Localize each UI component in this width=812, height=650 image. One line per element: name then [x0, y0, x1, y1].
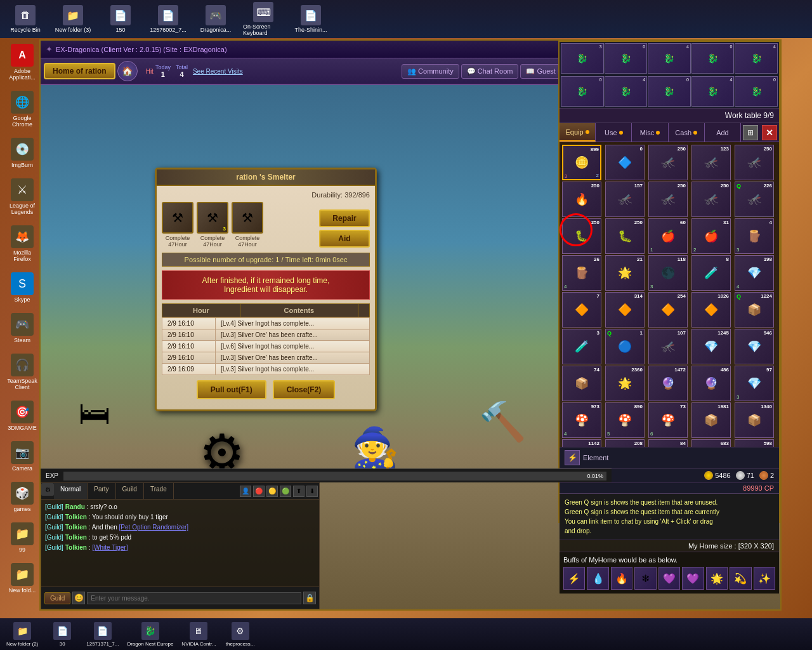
- white-tiger-link[interactable]: [White Tiger]: [92, 544, 128, 551]
- inv-tab-misc[interactable]: Misc: [632, 123, 668, 142]
- quick-slot-5[interactable]: 🐉4: [735, 43, 778, 74]
- taskbar-dragonica[interactable]: 🎮 Dragonica...: [193, 3, 238, 35]
- chrome-icon[interactable]: 🌐 Google Chrome: [3, 88, 41, 130]
- inv-item-42[interactable]: 🔮208: [605, 439, 645, 447]
- chat-tab-party[interactable]: Party: [88, 483, 115, 499]
- inv-item-16[interactable]: 🪵26 4: [562, 255, 601, 291]
- inv-item-43[interactable]: 🍎84 3: [648, 439, 688, 447]
- inv-grid-toggle[interactable]: ⊞: [743, 125, 758, 140]
- inv-item-25[interactable]: 📦1224 Q: [735, 292, 774, 328]
- chat-room-button[interactable]: 💬 Chat Room: [461, 64, 519, 79]
- inv-item-8[interactable]: 🦟250: [648, 182, 688, 217]
- inv-item-18[interactable]: 🌑118 3: [648, 255, 688, 291]
- aid-button[interactable]: Aid: [319, 230, 370, 248]
- inv-item-41[interactable]: 🌟1142: [562, 439, 601, 447]
- chat-settings-icon[interactable]: ⚙: [41, 483, 54, 496]
- taskbar-bottom-newfolder[interactable]: 📁 New folder (2): [3, 621, 41, 648]
- firefox-icon[interactable]: 🦊 Mozilla Firefox: [3, 223, 41, 265]
- inv-item-9[interactable]: 🦟250: [691, 182, 731, 217]
- buff-icon-9[interactable]: ✨: [754, 567, 775, 590]
- chat-tab-guild[interactable]: Guild: [116, 483, 144, 499]
- taskbar-bottom-file[interactable]: 📄 12571371_7...: [83, 621, 122, 648]
- buff-icon-1[interactable]: ⚡: [563, 567, 585, 590]
- guild-channel-button[interactable]: Guild: [44, 592, 70, 604]
- inv-item-44[interactable]: 🍄683 4: [691, 439, 731, 447]
- taskbar-bottom-dragonnest[interactable]: 🐉 Dragon Nest Europe: [124, 621, 176, 648]
- inv-item-34[interactable]: 🔮486: [691, 366, 731, 401]
- inv-item-12[interactable]: 🐛250: [605, 218, 645, 254]
- taskbar-shining[interactable]: 📄 The-Shinin...: [289, 3, 333, 35]
- inv-item-17[interactable]: 🌟21: [605, 255, 645, 291]
- skype-icon[interactable]: S Skype: [3, 270, 41, 305]
- inv-item-15[interactable]: 🪵4 3: [735, 218, 774, 254]
- buff-icon-7[interactable]: 🌟: [706, 567, 728, 590]
- inv-item-3[interactable]: 🦟250: [648, 145, 688, 180]
- games-icon[interactable]: 🎲 games: [3, 479, 41, 515]
- see-recent-button[interactable]: See Recent Visits: [193, 67, 243, 75]
- inv-item-2[interactable]: 🔷0: [605, 145, 645, 180]
- inv-item-7[interactable]: 🦟157: [605, 182, 645, 217]
- taskbar-new-folder[interactable]: 📁 New folder (3): [51, 3, 95, 35]
- pull-out-button[interactable]: Pull out(F1): [197, 380, 266, 399]
- smelter-close-button[interactable]: Close(F2): [273, 380, 336, 399]
- taskbar-recycle-bin[interactable]: 🗑 Recycle Bin: [3, 3, 48, 35]
- inv-item-10[interactable]: 🦟226 Q: [735, 182, 774, 217]
- inv-item-39[interactable]: 📦1981: [691, 402, 731, 438]
- inv-item-6[interactable]: 🔥250: [562, 182, 601, 217]
- newfold-icon[interactable]: 📁 New fold...: [3, 560, 41, 596]
- taskbar-bottom-nvidia[interactable]: 🖥 NVIDIA Contr...: [178, 621, 219, 648]
- 3dmgame-icon[interactable]: 🎯 3DMGAME: [3, 398, 41, 434]
- slot-box-1[interactable]: ⚒: [162, 202, 193, 234]
- folder99-icon[interactable]: 📁 99: [3, 520, 41, 555]
- lol-icon[interactable]: ⚔ League of Legends: [3, 176, 41, 218]
- buff-icon-6[interactable]: 💜: [682, 567, 704, 590]
- inv-item-35[interactable]: 💎97 3: [735, 366, 774, 401]
- chat-tab-normal[interactable]: Normal: [54, 483, 88, 499]
- chat-icon-4[interactable]: 🟢: [280, 486, 291, 497]
- quick-slot-4[interactable]: 🐉0: [691, 43, 735, 74]
- inv-item-37[interactable]: 🍄890 5: [605, 402, 645, 438]
- inv-item-14[interactable]: 🍎31 2: [691, 218, 731, 254]
- chat-input-field[interactable]: [87, 592, 301, 604]
- inv-item-22[interactable]: 🔶314: [605, 292, 645, 328]
- inv-tab-add[interactable]: Add: [705, 123, 741, 142]
- inv-item-40[interactable]: 📦1340: [735, 402, 774, 438]
- buff-icon-8[interactable]: 💫: [730, 567, 751, 590]
- slot-box-3[interactable]: ⚒: [232, 202, 263, 234]
- inv-item-19[interactable]: 🧪8: [691, 255, 731, 291]
- inv-item-23[interactable]: 🔶254: [648, 292, 688, 328]
- taskbar-bottom-30[interactable]: 📄 30: [43, 621, 81, 648]
- teamspeak-icon[interactable]: 🎧 TeamSpeak Client: [3, 351, 41, 393]
- inv-tab-cash[interactable]: Cash: [669, 123, 705, 142]
- buff-icon-5[interactable]: 💜: [658, 567, 680, 590]
- chat-icon-3[interactable]: 🟡: [266, 486, 278, 497]
- camera-icon[interactable]: 📷 Camera: [3, 439, 41, 474]
- quick-slot-1[interactable]: 🐉3: [561, 43, 604, 74]
- quick-slot-6[interactable]: 🐉0: [561, 76, 604, 107]
- inv-item-4[interactable]: 🦟123: [691, 145, 731, 180]
- quick-slot-10[interactable]: 🐉0: [735, 76, 778, 107]
- inv-item-26[interactable]: 🧪3: [562, 329, 601, 364]
- inv-item-28[interactable]: 🦟107: [648, 329, 688, 364]
- buff-icon-3[interactable]: 🔥: [611, 567, 632, 590]
- inv-item-29[interactable]: 💎1245: [691, 329, 731, 364]
- inv-item-45[interactable]: 🍄598 5: [735, 439, 774, 447]
- slot-box-2[interactable]: ⚒ 3: [197, 202, 228, 234]
- chat-lock-icon[interactable]: 🔒: [303, 592, 316, 604]
- quick-slot-3[interactable]: 🐉4: [648, 43, 691, 74]
- inv-tab-use[interactable]: Use: [596, 123, 632, 142]
- chat-emoji-icon[interactable]: 😊: [72, 592, 85, 604]
- quick-slot-7[interactable]: 🐉4: [605, 76, 648, 107]
- adobe-icon[interactable]: A Adobe Applicati...: [3, 41, 41, 83]
- steam-icon[interactable]: 🎮 Steam: [3, 310, 41, 346]
- home-button[interactable]: Home of ration: [44, 63, 115, 79]
- inv-item-24[interactable]: 🔶1026: [691, 292, 731, 328]
- inv-item-31[interactable]: 📦74: [562, 366, 601, 401]
- chat-icon-1[interactable]: 👤: [240, 486, 251, 497]
- inv-item-5[interactable]: 🦟250: [735, 145, 774, 180]
- chat-icon-6[interactable]: ⬇: [306, 486, 318, 497]
- inv-item-20[interactable]: 💎198 4: [735, 255, 774, 291]
- log-scroll[interactable]: 2/9 16:10 [Lv.4] Silver Ingot has comple…: [162, 317, 370, 375]
- pet-randomizer-link[interactable]: [Pet Option Randomizer]: [119, 524, 189, 531]
- inv-item-33[interactable]: 🔮1472: [648, 366, 688, 401]
